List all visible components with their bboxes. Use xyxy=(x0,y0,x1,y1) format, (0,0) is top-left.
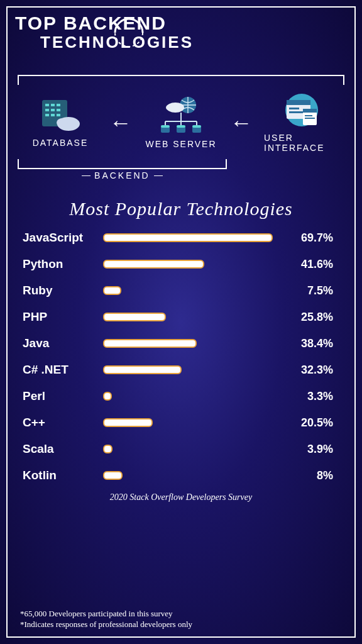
bar-fill xyxy=(103,471,123,480)
svg-rect-22 xyxy=(161,125,170,128)
webserver-label: WEB SERVER xyxy=(145,139,216,149)
footnotes: *65,000 Developers participated in this … xyxy=(20,609,192,630)
svg-rect-3 xyxy=(51,104,55,106)
webserver-node: WEB SERVER xyxy=(143,96,219,149)
arrow-icon: ← xyxy=(230,109,253,136)
bar-track xyxy=(103,286,279,295)
bar-track xyxy=(103,471,279,480)
svg-rect-9 xyxy=(51,114,55,116)
svg-rect-35 xyxy=(305,118,315,119)
bar-fill xyxy=(103,260,204,269)
title-line1: TOP BACKEND xyxy=(15,13,347,34)
user-interface-icon xyxy=(279,92,324,129)
svg-rect-31 xyxy=(289,111,303,113)
header: TOP BACKEND TECHNOLOGIES xyxy=(0,0,362,57)
bar-track xyxy=(103,445,279,453)
svg-rect-4 xyxy=(57,104,60,106)
arrow-icon: ← xyxy=(109,109,132,136)
backend-label: BACKEND xyxy=(18,170,227,180)
webserver-icon xyxy=(154,96,208,135)
svg-rect-34 xyxy=(305,115,312,116)
svg-rect-8 xyxy=(45,114,49,116)
bar-fill xyxy=(103,313,166,321)
bar-fill xyxy=(103,445,112,453)
title-line2: TECHNOLOGIES xyxy=(40,33,347,52)
footnote-1: *65,000 Developers participated in this … xyxy=(20,609,192,619)
svg-point-15 xyxy=(166,104,175,111)
bar-fill xyxy=(103,286,121,295)
database-icon xyxy=(38,97,82,134)
bottom-bracket xyxy=(18,159,227,169)
svg-rect-7 xyxy=(57,109,60,111)
bar-track xyxy=(103,418,279,427)
architecture-diagram: DATABASE ← WEB SERVER ← xyxy=(18,75,344,182)
bar-fill xyxy=(103,392,112,401)
svg-rect-2 xyxy=(45,104,49,106)
bar-fill xyxy=(103,339,197,348)
svg-rect-29 xyxy=(287,100,310,105)
bar-fill xyxy=(103,418,153,427)
svg-rect-24 xyxy=(177,125,185,128)
bar-fill xyxy=(103,365,182,374)
ui-label: USER INTERFACE xyxy=(264,133,339,153)
ui-node: USER INTERFACE xyxy=(264,92,339,153)
bar-track xyxy=(103,365,279,374)
database-node: DATABASE xyxy=(23,97,98,148)
bar-track xyxy=(103,260,279,269)
svg-rect-10 xyxy=(57,114,60,116)
svg-rect-30 xyxy=(289,108,299,109)
bar-track xyxy=(103,392,279,401)
svg-rect-26 xyxy=(192,125,201,128)
orbit-icon xyxy=(110,14,148,52)
footnote-2: *Indicates responses of professional dev… xyxy=(20,619,192,630)
svg-point-12 xyxy=(57,118,68,127)
bar-fill xyxy=(103,233,273,242)
top-bracket xyxy=(18,75,344,85)
database-label: DATABASE xyxy=(33,138,89,148)
bar-track xyxy=(103,313,279,321)
svg-rect-6 xyxy=(51,109,55,111)
bar-track xyxy=(103,339,279,348)
svg-rect-33 xyxy=(303,109,317,113)
bar-track xyxy=(103,233,279,242)
svg-rect-5 xyxy=(45,109,49,111)
